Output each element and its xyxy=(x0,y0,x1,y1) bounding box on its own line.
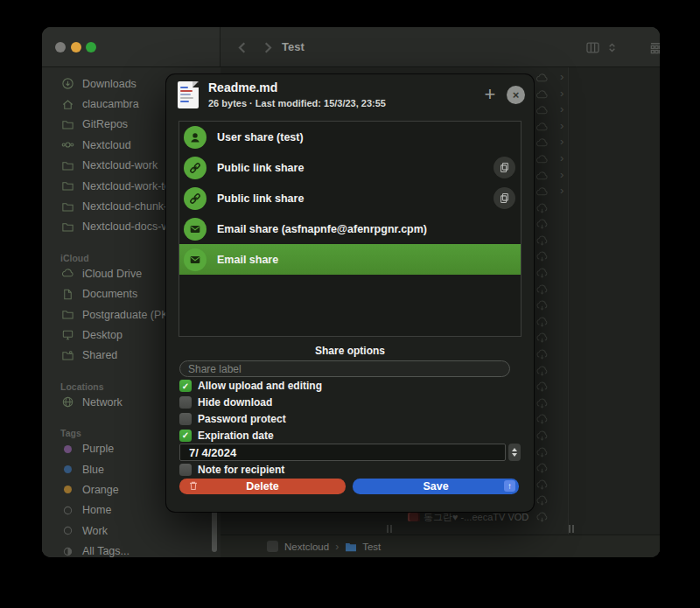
save-shortcut-icon: ↑ xyxy=(504,480,515,492)
sidebar-item-label: GitRepos xyxy=(82,118,128,130)
copy-link-button[interactable] xyxy=(494,187,515,209)
user-share-icon xyxy=(184,126,206,149)
add-share-button[interactable]: + xyxy=(479,81,501,108)
tag-dot-icon xyxy=(60,463,75,477)
download-circle-icon xyxy=(60,77,75,91)
checkbox-hide-download[interactable]: Hide download xyxy=(179,395,322,411)
share-row-4[interactable]: Email share (asfnapnfe@afenrpgnr.cpm) xyxy=(179,213,521,244)
breadcrumb-current[interactable]: Test xyxy=(362,542,381,552)
folder-icon xyxy=(60,220,75,234)
cloud-download-icon[interactable] xyxy=(536,397,550,410)
sidebar-item-label: All Tags... xyxy=(82,545,130,557)
cloud-download-icon[interactable] xyxy=(536,494,550,507)
desktop-icon xyxy=(60,328,75,342)
sidebar-item-label: Downloads xyxy=(82,78,136,90)
checkbox-allow-upload-and-editing[interactable]: ✓Allow upload and editing xyxy=(179,378,322,395)
disclosure-chevron-icon[interactable]: › xyxy=(560,119,564,132)
share-row-2[interactable]: Public link share xyxy=(179,152,521,183)
checkbox-label: Hide download xyxy=(198,396,272,409)
disclosure-chevron-icon[interactable]: › xyxy=(560,135,564,148)
cloud-download-icon[interactable] xyxy=(536,250,550,263)
cloud-icon xyxy=(536,104,550,117)
copy-link-button[interactable] xyxy=(494,157,515,178)
sidebar-item-label: Nextcloud-work-test xyxy=(82,180,178,192)
breadcrumb-separator: › xyxy=(335,541,339,553)
share-row-5[interactable]: Email share xyxy=(179,244,521,275)
sidebar-item-label: Orange xyxy=(82,484,119,496)
columns-view-icon[interactable] xyxy=(583,38,602,57)
view-sort-icon[interactable] xyxy=(602,38,621,57)
markdown-file-icon xyxy=(178,81,199,108)
expiration-date-input[interactable]: 7/ 4/2024 xyxy=(179,444,506,461)
disclosure-chevron-icon[interactable]: › xyxy=(560,151,564,164)
checkbox-unchecked-icon[interactable] xyxy=(179,396,192,409)
disclosure-chevron-icon[interactable]: › xyxy=(560,70,564,83)
cloud-download-icon[interactable] xyxy=(536,202,550,215)
cloud-download-icon[interactable] xyxy=(536,365,550,378)
cloud-line-icon xyxy=(60,267,75,281)
traffic-light-close[interactable] xyxy=(55,42,66,52)
checkbox-checked-icon[interactable]: ✓ xyxy=(179,430,192,442)
cloud-download-icon[interactable] xyxy=(536,283,550,297)
close-dialog-button[interactable]: × xyxy=(507,86,525,104)
checkbox-password-protect[interactable]: Password protect xyxy=(179,411,322,428)
traffic-light-minimize[interactable] xyxy=(71,42,81,52)
folder-icon xyxy=(60,158,75,172)
checkbox-expiration-date[interactable]: ✓Expiration date xyxy=(179,427,322,444)
disclosure-chevron-icon[interactable]: › xyxy=(560,168,564,181)
sidebar-item-all-tags[interactable]: All Tags... xyxy=(42,541,220,557)
cloud-download-icon[interactable] xyxy=(536,348,550,361)
checkbox-label: Note for recipient xyxy=(198,464,284,476)
disclosure-chevron-icon[interactable]: › xyxy=(560,184,564,197)
cloud-download-icon[interactable] xyxy=(536,381,550,394)
cloud-download-icon[interactable] xyxy=(536,299,550,312)
cloud-download-icon[interactable] xyxy=(536,316,550,329)
group-icon[interactable] xyxy=(647,38,660,57)
cloud-download-icon[interactable] xyxy=(536,430,550,443)
column-resize-grip[interactable] xyxy=(387,525,392,533)
tag-dot-icon xyxy=(60,483,75,497)
disclosure-chevron-icon[interactable]: › xyxy=(560,87,564,100)
nextcloud-folder-icon xyxy=(267,541,278,552)
traffic-light-zoom[interactable] xyxy=(86,42,96,52)
home-icon xyxy=(60,97,75,111)
column-resize-grip[interactable] xyxy=(569,525,574,533)
breadcrumb-root[interactable]: Nextcloud xyxy=(284,542,329,552)
checkbox-unchecked-icon[interactable] xyxy=(179,464,192,476)
cloud-download-icon[interactable] xyxy=(536,479,550,492)
cloud-download-icon[interactable] xyxy=(536,446,550,459)
file-row-vod[interactable]: 동그란♥ -...eecaTV VOD xyxy=(220,511,660,524)
cloud-download-icon[interactable] xyxy=(536,267,550,280)
cloud-icon xyxy=(536,153,550,166)
cloud-download-icon[interactable] xyxy=(536,511,550,524)
share-row-1[interactable]: User share (test) xyxy=(179,122,521,152)
titlebar: Test xyxy=(42,27,660,67)
delete-button[interactable]: Delete xyxy=(179,479,346,494)
share-label-input[interactable] xyxy=(179,360,510,377)
checkbox-unchecked-icon[interactable] xyxy=(179,413,192,425)
checkbox-note-for-recipient[interactable]: Note for recipient xyxy=(179,462,284,479)
share-row-3[interactable]: Public link share xyxy=(179,183,521,213)
folder-icon xyxy=(60,308,75,322)
date-stepper[interactable] xyxy=(508,444,521,461)
cloud-download-icon[interactable] xyxy=(536,413,550,426)
checkbox-label: Expiration date xyxy=(198,430,274,442)
cloud-icon xyxy=(536,136,550,150)
back-icon[interactable] xyxy=(233,38,252,57)
disclosure-chevron-icon[interactable]: › xyxy=(560,102,564,115)
cloud-download-icon[interactable] xyxy=(536,332,550,345)
path-bar: Nextcloud › Test xyxy=(220,535,660,557)
tag-dot-icon xyxy=(60,442,75,456)
save-button[interactable]: Save ↑ xyxy=(353,479,519,494)
sidebar-item-work[interactable]: Work xyxy=(42,521,220,541)
cloud-download-icon[interactable] xyxy=(536,218,550,231)
cloud-download-icon[interactable] xyxy=(536,462,550,475)
checkbox-checked-icon[interactable]: ✓ xyxy=(179,380,192,392)
cloud-download-icon[interactable] xyxy=(536,234,550,248)
forward-icon[interactable] xyxy=(257,38,276,57)
dialog-file-meta: 26 bytes · Last modified: 15/3/23, 23:55 xyxy=(208,98,386,108)
cloud-icon xyxy=(536,185,550,199)
sidebar-item-label: Nextcloud xyxy=(82,139,131,151)
circle-outline-icon xyxy=(60,503,75,517)
folder-icon xyxy=(60,199,75,213)
